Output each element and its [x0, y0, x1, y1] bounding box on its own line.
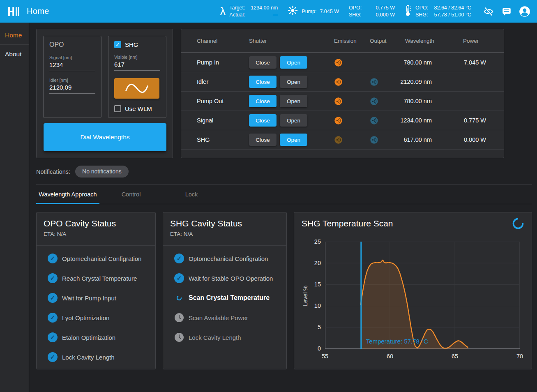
visibility-off-icon[interactable]	[483, 6, 494, 17]
pump-label: Pump:	[302, 9, 316, 14]
opo-status-steps: ✓ Optomechanical Configration ✓ Reach Cr…	[37, 246, 155, 367]
col-channel: Channel	[197, 38, 249, 44]
open-button[interactable]: Open	[280, 56, 307, 69]
signal-input[interactable]	[49, 60, 95, 71]
open-button[interactable]: Open	[280, 95, 307, 107]
close-button[interactable]: Close	[249, 76, 277, 88]
notifications-row: Notifications: No notifications	[36, 166, 129, 178]
y-tick: 10	[307, 302, 321, 309]
x-tick: 65	[446, 353, 464, 360]
notifications-badge: No notifications	[75, 166, 129, 178]
channels-card: Channel Shutter Emission Output Waveleng…	[181, 29, 504, 158]
table-row-pump-out: Pump Out Close Open 780.00 nm	[181, 92, 504, 111]
wavelength-value: 617.00 nm	[399, 136, 463, 143]
spinner-icon	[174, 293, 184, 303]
tab-lock[interactable]: Lock	[163, 185, 220, 204]
app-root: Home λ Target: 1234.00 nm Actual: —	[0, 0, 537, 392]
shg-status-steps: ✓ Optomechanical Configration ✓ Wait for…	[163, 246, 286, 347]
opo-status-eta: ETA: N/A	[44, 231, 148, 237]
dial-wavelengths-button[interactable]: Dial Wavelengths	[44, 123, 166, 151]
col-wavelength: Wavelength	[399, 38, 463, 44]
clock-icon	[174, 313, 184, 323]
wavelength-value: 780.00 nm	[399, 98, 463, 104]
tab-wavelength-approach[interactable]: Wavelength Approach	[36, 185, 99, 204]
output-icon	[370, 136, 399, 144]
check-circle-icon: ✓	[48, 352, 58, 362]
table-row-shg: SHG Close Open 617.00 nm 0.000 W	[181, 130, 504, 150]
notifications-label: Notifications:	[36, 168, 70, 175]
power-value: 0.775 W	[463, 117, 504, 124]
status-step: ✓ Lyot Optimization	[48, 308, 155, 327]
close-button[interactable]: Close	[249, 56, 277, 69]
power-opo-value: 0.775 W	[365, 5, 395, 11]
chart-grid	[325, 242, 520, 349]
pump-status: Pump: 7.045 W	[288, 5, 339, 17]
output-icon	[370, 116, 399, 125]
check-circle-icon: ✓	[48, 313, 58, 323]
status-step: ✓ Wait for Stable OPO Operation	[174, 268, 286, 288]
shg-checkbox[interactable]: ✓	[114, 41, 121, 48]
status-step: ✓ Etalon Optimization	[48, 327, 155, 347]
opo-cavity-status-card: OPO Cavity Status ETA: N/A ✓ Optomechani…	[36, 212, 156, 369]
y-axis-label: Level %	[302, 279, 309, 312]
channels-header-row: Channel Shutter Emission Output Waveleng…	[181, 29, 504, 53]
use-wlm-row[interactable]: ✓ Use WLM	[114, 105, 160, 112]
temperature-marker-label: Temperature: 57.78 °C	[366, 338, 428, 345]
wavelength-value: 2120.09 nm	[399, 78, 463, 85]
x-tick: 55	[316, 353, 334, 360]
account-icon[interactable]	[519, 6, 530, 17]
emission-icon	[334, 78, 370, 86]
page-title: Home	[27, 7, 49, 16]
actual-value: —	[248, 12, 278, 18]
y-tick: 15	[307, 281, 321, 288]
check-circle-icon: ✓	[48, 273, 58, 283]
col-power: Power	[463, 38, 504, 44]
status-step: ✓ Wait for Pump Input	[48, 288, 155, 308]
check-circle-icon: ✓	[174, 273, 184, 283]
temp-opo-value: 82.64 / 82.64 °C	[432, 5, 471, 11]
check-circle-icon: ✓	[48, 332, 58, 342]
open-button[interactable]: Open	[280, 114, 307, 127]
wavelength-controls-card: OPO Signal [nm] Idler [nm] ✓ SHG Visible…	[36, 29, 173, 158]
status-step: ✓ Lock Cavity Length	[174, 327, 286, 347]
shg-temperature-scan-card: SHG Temperature Scan 25 20 15 10 5 0 55 …	[294, 212, 532, 369]
status-step: ✓ Optomechanical Configration	[48, 249, 155, 268]
y-tick: 0	[307, 345, 321, 352]
open-button[interactable]: Open	[280, 134, 307, 146]
power-value: 7.045 W	[463, 59, 504, 66]
output-icon	[370, 78, 399, 86]
tab-control[interactable]: Control	[99, 185, 163, 204]
open-button[interactable]: Open	[280, 76, 307, 88]
wavelength-value: 780.00 nm	[399, 59, 463, 66]
status-step: ✓ Optomechanical Configration	[174, 249, 286, 268]
actual-label: Actual:	[229, 12, 248, 18]
table-row-idler: Idler Close Open 2120.09 nm	[181, 72, 504, 92]
emission-icon	[334, 58, 370, 67]
visible-input[interactable]	[114, 60, 160, 71]
sidebar-item-about[interactable]: About	[0, 45, 29, 64]
temp-shg-label: SHG:	[415, 12, 432, 18]
y-tick: 25	[307, 238, 321, 245]
thermometer-icon	[405, 5, 412, 18]
chat-icon[interactable]	[501, 6, 512, 17]
wavelength-value: 1234.00 nm	[399, 117, 463, 124]
target-label: Target:	[229, 5, 248, 11]
brand-logo	[8, 6, 20, 17]
sine-icon	[124, 81, 150, 95]
lambda-icon: λ	[220, 6, 226, 17]
idler-input[interactable]	[49, 83, 95, 94]
sidebar-item-home[interactable]: Home	[0, 26, 29, 45]
close-button[interactable]: Close	[249, 114, 277, 127]
output-icon	[370, 97, 399, 106]
shg-checkbox-label: SHG	[125, 41, 138, 48]
opo-panel-title: OPO	[49, 41, 95, 48]
use-wlm-checkbox[interactable]: ✓	[114, 105, 121, 112]
sine-wave-button[interactable]	[114, 78, 159, 99]
temperature-status: OPO: 82.64 / 82.64 °C SHG: 57.78 / 51.00…	[405, 5, 471, 18]
pump-sun-icon	[288, 5, 298, 17]
close-button[interactable]: Close	[249, 134, 277, 146]
check-circle-icon: ✓	[174, 254, 184, 263]
shg-enable-row[interactable]: ✓ SHG	[114, 41, 160, 48]
close-button[interactable]: Close	[249, 95, 277, 107]
power-opo-label: OPO:	[349, 5, 365, 11]
